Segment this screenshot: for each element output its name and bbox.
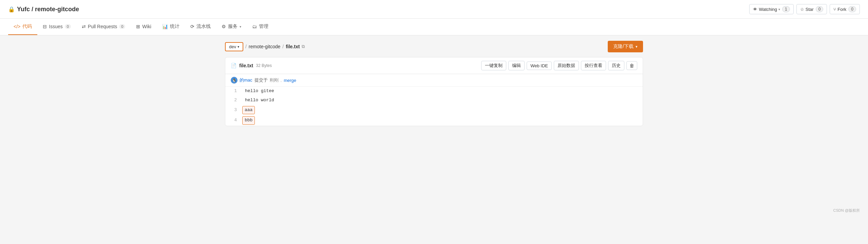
line-content-4: bbb bbox=[245, 118, 252, 123]
line-content-wrap-3: aaa bbox=[242, 106, 255, 115]
line-number-1: 1 bbox=[225, 88, 242, 95]
commit-dot: . bbox=[281, 78, 282, 83]
tab-pipeline[interactable]: ⟳ 流水线 bbox=[185, 19, 216, 35]
line-number-2: 2 bbox=[225, 97, 242, 104]
tab-pipeline-label: 流水线 bbox=[196, 23, 211, 30]
file-icon: 📄 bbox=[231, 63, 237, 68]
star-count: 0 bbox=[816, 6, 824, 12]
commit-time: 刚刚 bbox=[270, 77, 279, 83]
breadcrumb-sep: / bbox=[245, 44, 247, 49]
tab-issues[interactable]: ⊟ Issues 0 bbox=[37, 19, 76, 35]
tab-wiki[interactable]: ⊞ Wiki bbox=[131, 19, 156, 35]
line-content-wrap-4: bbb bbox=[242, 116, 255, 125]
tab-manage[interactable]: 🗂 管理 bbox=[247, 19, 274, 35]
tab-code-label: 代码 bbox=[22, 23, 32, 30]
lock-icon: 🔒 bbox=[8, 6, 15, 13]
line-content-1: hello gitee bbox=[242, 88, 274, 95]
copy-path-icon[interactable]: ⧉ bbox=[302, 44, 305, 49]
watch-count: 1 bbox=[782, 6, 790, 12]
wiki-icon: ⊞ bbox=[136, 24, 140, 29]
watch-button[interactable]: 👁 Watching ▾ 1 bbox=[749, 4, 793, 14]
file-size: 32 Bytes bbox=[256, 63, 272, 68]
commit-action: 提交于 bbox=[254, 77, 268, 83]
clone-download-button[interactable]: 克隆/下载 ▾ bbox=[608, 41, 643, 52]
pr-icon: ⇄ bbox=[82, 24, 86, 29]
blame-label: 按行查看 bbox=[585, 63, 602, 69]
breadcrumb-sep2: / bbox=[282, 44, 284, 49]
repo-title: 🔒 Yufc / remote-gitcode bbox=[8, 6, 79, 13]
repo-title-text: Yufc / remote-gitcode bbox=[17, 6, 79, 13]
clone-label: 克隆/下载 bbox=[613, 43, 634, 50]
main-content: dev ▾ / remote-gitcode / file.txt ⧉ 克隆/下… bbox=[217, 35, 651, 205]
tab-services[interactable]: ⚙ 服务 ▾ bbox=[216, 19, 247, 35]
line-content-3: aaa bbox=[245, 107, 252, 112]
tab-wiki-label: Wiki bbox=[142, 24, 151, 29]
tab-stats[interactable]: 📊 统计 bbox=[157, 19, 185, 35]
chevron-down-icon: ▾ bbox=[778, 7, 780, 11]
star-label: Star bbox=[806, 7, 814, 12]
watch-label: Watching bbox=[759, 7, 777, 12]
raw-button[interactable]: 原始数据 bbox=[554, 61, 579, 70]
tab-manage-label: 管理 bbox=[259, 23, 268, 30]
eye-icon: 👁 bbox=[753, 7, 757, 12]
fork-icon: ⑂ bbox=[833, 7, 836, 12]
webide-label: Web IDE bbox=[530, 63, 548, 68]
manage-icon: 🗂 bbox=[252, 24, 257, 29]
breadcrumb-repo[interactable]: remote-gitcode bbox=[249, 44, 280, 49]
branch-name: dev bbox=[229, 44, 236, 49]
commit-row: 🐧 的mac 提交于 刚刚 . merge bbox=[225, 74, 643, 87]
issues-badge: 0 bbox=[65, 24, 71, 29]
file-title: 📄 file.txt 32 Bytes bbox=[231, 63, 272, 68]
delete-button[interactable]: 🗑 bbox=[626, 61, 637, 70]
line-number-3: 3 bbox=[225, 107, 242, 114]
tab-issues-label: Issues bbox=[49, 24, 62, 29]
nav-tabs: </> 代码 ⊟ Issues 0 ⇄ Pull Requests 0 ⊞ Wi… bbox=[0, 19, 868, 35]
raw-label: 原始数据 bbox=[558, 63, 575, 69]
code-line-4: 4 bbb bbox=[225, 115, 643, 126]
history-button[interactable]: 历史 bbox=[608, 61, 624, 70]
delete-icon: 🗑 bbox=[629, 63, 634, 68]
branch-chevron-icon: ▾ bbox=[238, 45, 239, 49]
star-button[interactable]: ☆ Star 0 bbox=[796, 4, 827, 14]
tab-code[interactable]: </> 代码 bbox=[8, 19, 37, 35]
fork-button[interactable]: ⑂ Fork 0 bbox=[830, 4, 860, 14]
file-name: file.txt bbox=[239, 63, 253, 68]
fork-label: Fork bbox=[837, 7, 846, 12]
branch-selector[interactable]: dev ▾ bbox=[225, 42, 243, 51]
services-chevron-icon: ▾ bbox=[240, 25, 241, 29]
code-area: 1 hello gitee 2 hello world 3 aaa 4 bbb bbox=[225, 87, 643, 126]
blame-button[interactable]: 按行查看 bbox=[581, 61, 606, 70]
code-line-3: 3 aaa bbox=[225, 105, 643, 116]
code-line-1: 1 hello gitee bbox=[225, 87, 643, 96]
code-line-2: 2 hello world bbox=[225, 96, 643, 105]
breadcrumb: dev ▾ / remote-gitcode / file.txt ⧉ bbox=[225, 42, 305, 51]
avatar: 🐧 bbox=[231, 77, 238, 84]
services-icon: ⚙ bbox=[222, 24, 226, 29]
file-actions: 一键复制 编辑 Web IDE 原始数据 按行查看 历史 🗑 bbox=[481, 61, 637, 70]
copy-button[interactable]: 一键复制 bbox=[481, 61, 506, 70]
copy-label: 一键复制 bbox=[485, 63, 503, 69]
commit-author[interactable]: 的mac bbox=[240, 77, 252, 83]
tab-pull-requests[interactable]: ⇄ Pull Requests 0 bbox=[76, 19, 131, 35]
webide-button[interactable]: Web IDE bbox=[527, 62, 552, 70]
edit-button[interactable]: 编辑 bbox=[508, 61, 525, 70]
tab-services-label: 服务 bbox=[228, 23, 238, 30]
line-content-2: hello world bbox=[242, 97, 274, 104]
breadcrumb-file: file.txt bbox=[286, 44, 300, 49]
stats-icon: 📊 bbox=[162, 24, 168, 29]
tab-pr-label: Pull Requests bbox=[88, 24, 117, 29]
clone-chevron-icon: ▾ bbox=[636, 45, 638, 49]
commit-message[interactable]: merge bbox=[284, 78, 296, 83]
history-label: 历史 bbox=[612, 63, 621, 69]
tab-stats-label: 统计 bbox=[170, 23, 180, 30]
pr-badge: 0 bbox=[119, 24, 125, 29]
footer-text: CSDN @版权所 bbox=[833, 208, 860, 212]
code-icon: </> bbox=[14, 24, 20, 29]
issues-icon: ⊟ bbox=[43, 24, 47, 29]
star-icon: ☆ bbox=[800, 7, 804, 12]
file-header: 📄 file.txt 32 Bytes 一键复制 编辑 Web IDE 原始数据 bbox=[225, 57, 643, 74]
page-footer: CSDN @版权所 bbox=[0, 205, 868, 216]
file-card: 📄 file.txt 32 Bytes 一键复制 编辑 Web IDE 原始数据 bbox=[225, 57, 643, 126]
line-number-4: 4 bbox=[225, 117, 242, 124]
repo-header: 🔒 Yufc / remote-gitcode 👁 Watching ▾ 1 ☆… bbox=[0, 0, 868, 19]
